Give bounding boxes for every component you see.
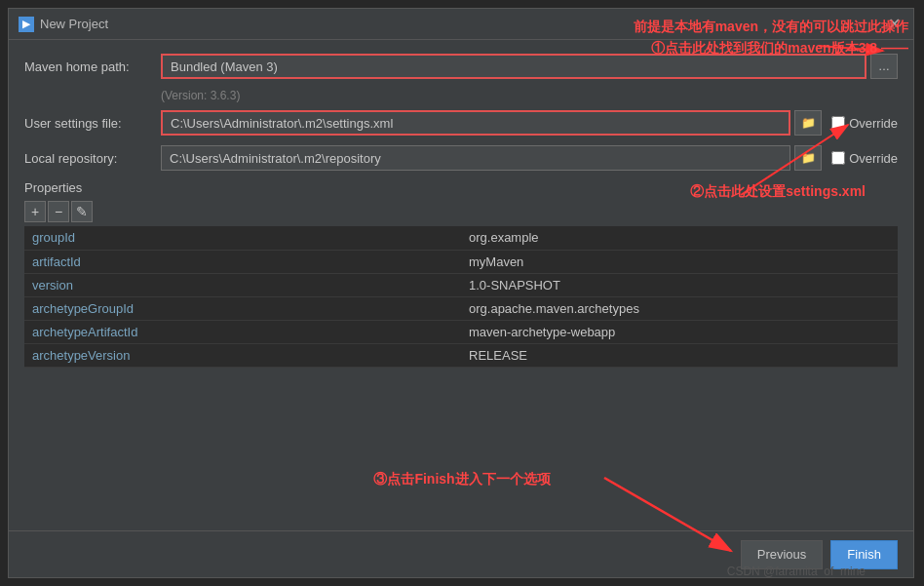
local-repo-input[interactable] xyxy=(161,145,790,171)
properties-title: Properties xyxy=(24,180,898,195)
finish-button[interactable]: Finish xyxy=(830,540,898,569)
local-repo-override-label: Override xyxy=(849,151,898,166)
local-repo-browse-button[interactable]: 📁 xyxy=(794,145,822,171)
maven-home-browse-button[interactable]: … xyxy=(870,54,898,79)
maven-version-text: (Version: 3.6.3) xyxy=(161,89,898,102)
table-row: version1.0-SNAPSHOT xyxy=(24,273,898,296)
properties-toolbar: + − ✎ xyxy=(24,201,898,222)
edit-property-button[interactable]: ✎ xyxy=(71,201,93,222)
property-key: artifactId xyxy=(24,250,461,273)
user-settings-override-label: Override xyxy=(849,116,898,131)
close-button[interactable]: ✕ xyxy=(884,15,904,34)
property-value: org.example xyxy=(461,226,898,250)
user-settings-label: User settings file: xyxy=(24,116,161,131)
table-row: archetypeVersionRELEASE xyxy=(24,343,898,367)
property-key: archetypeArtifactId xyxy=(24,320,461,343)
user-settings-browse-button[interactable]: 📁 xyxy=(794,110,822,136)
property-value: RELEASE xyxy=(461,343,898,367)
properties-section: Properties + − ✎ groupIdorg.exampleartif… xyxy=(24,180,898,368)
remove-property-button[interactable]: − xyxy=(48,201,69,222)
table-row: archetypeGroupIdorg.apache.maven.archety… xyxy=(24,296,898,320)
property-value: myMaven xyxy=(461,250,898,273)
properties-table: groupIdorg.exampleartifactIdmyMavenversi… xyxy=(24,226,898,368)
user-settings-row: User settings file: 📁 Override xyxy=(24,110,898,136)
table-row: archetypeArtifactIdmaven-archetype-webap… xyxy=(24,320,898,343)
property-key: archetypeVersion xyxy=(24,343,461,367)
maven-home-input[interactable] xyxy=(161,54,866,79)
property-key: groupId xyxy=(24,226,461,250)
property-value: org.apache.maven.archetypes xyxy=(461,296,898,320)
maven-home-label: Maven home path: xyxy=(24,59,161,74)
user-settings-input[interactable] xyxy=(161,110,790,136)
user-settings-field: 📁 Override xyxy=(161,110,898,136)
add-property-button[interactable]: + xyxy=(24,201,46,222)
local-repo-override: Override xyxy=(831,151,898,166)
previous-button[interactable]: Previous xyxy=(741,540,824,569)
dialog-content: Maven home path: … (Version: 3.6.3) User… xyxy=(9,40,913,530)
property-key: archetypeGroupId xyxy=(24,296,461,320)
user-settings-override: Override xyxy=(831,116,898,131)
dialog-icon: ▶ xyxy=(19,17,34,32)
local-repo-label: Local repository: xyxy=(24,151,161,166)
local-repo-override-checkbox[interactable] xyxy=(831,151,845,165)
dialog-footer: Previous Finish xyxy=(9,530,913,577)
dialog-title: New Project xyxy=(40,17,884,31)
local-repo-field: 📁 Override xyxy=(161,145,898,171)
maven-home-row: Maven home path: … xyxy=(24,54,898,79)
property-key: version xyxy=(24,273,461,296)
table-row: groupIdorg.example xyxy=(24,226,898,250)
maven-home-field: … xyxy=(161,54,898,79)
property-value: 1.0-SNAPSHOT xyxy=(461,273,898,296)
table-row: artifactIdmyMaven xyxy=(24,250,898,273)
user-settings-override-checkbox[interactable] xyxy=(831,116,845,130)
property-value: maven-archetype-webapp xyxy=(461,320,898,343)
title-bar: ▶ New Project ✕ xyxy=(9,9,913,40)
local-repo-row: Local repository: 📁 Override xyxy=(24,145,898,171)
new-project-dialog: ▶ New Project ✕ Maven home path: … (Vers… xyxy=(8,8,914,578)
